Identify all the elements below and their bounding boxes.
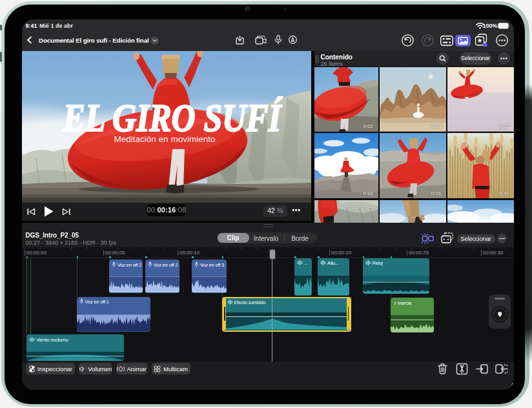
svg-text:EL GIRO SUFÍ: EL GIRO SUFÍ	[62, 96, 283, 139]
svg-text:Meditación en movimiento: Meditación en movimiento	[114, 134, 215, 144]
